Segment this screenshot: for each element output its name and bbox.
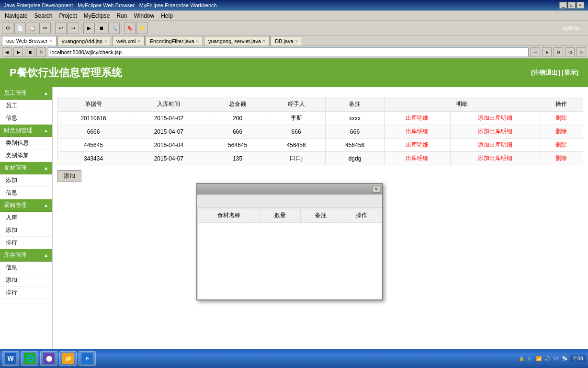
sidebar-item-category-info[interactable]: 类别信息 [0, 137, 52, 150]
sidebar-item-ingredient-add[interactable]: 添加 [0, 174, 52, 187]
refresh-button[interactable]: ↻ [36, 47, 46, 57]
myeclipse-label: MyEclip... [560, 25, 586, 32]
sidebar-item-inventory-add[interactable]: 添加 [0, 274, 52, 287]
sidebar-item-employee-info[interactable]: 信息 [0, 112, 52, 125]
menu-myeclipse[interactable]: MyEclipse [81, 12, 113, 20]
tools-button[interactable]: ⚙ [554, 47, 563, 57]
tab-yuangongadd-label: yuangongAdd.jsp [62, 38, 102, 44]
myeclipse-brand: MyEclip... [560, 25, 586, 32]
dialog-title-bar: × [197, 184, 382, 195]
go-button[interactable]: → [531, 47, 540, 57]
tab-webxml-label: web.xml [116, 38, 136, 44]
dialog-close-button[interactable]: × [373, 186, 380, 193]
toolbar: ⚙ 📄 📋 ✂ ↩ ↪ ▶ ⏹ 🔍 🔖 ⭐ MyEclip... [0, 21, 588, 35]
title-bar: Java Enterprise Development - MyEclipse … [0, 0, 588, 11]
toolbar-btn-6[interactable]: ↪ [68, 23, 79, 34]
browser-icon: 🌐 [24, 353, 35, 364]
title-bar-text: Java Enterprise Development - MyEclipse … [4, 2, 559, 8]
sidebar-section-category[interactable]: 财类别管理 ▲ [0, 125, 52, 137]
dialog-col-note: 备注 [301, 208, 341, 223]
tab-webxml-close[interactable]: × [138, 39, 140, 44]
taskbar-word[interactable]: W [2, 351, 19, 366]
dialog-table: 食材名称 数量 备注 操作 [197, 208, 382, 299]
app-actions[interactable]: [注销退出] [显示] [531, 69, 578, 77]
tab-yuangong-servlet-close[interactable]: × [263, 39, 265, 44]
main-content: 员工管理 ▲ 员工 信息 财类别管理 ▲ 类别信息 类别添加 食材管理 ▲ 添加… [0, 87, 588, 368]
maximize-button[interactable]: □ [568, 2, 576, 9]
sidebar-section-inventory-label: 库存管理 [4, 251, 27, 259]
bookmark-button[interactable]: ★ [542, 47, 552, 57]
dialog-overlay: × 食材名称 数量 备注 操作 [53, 87, 588, 368]
sidebar-section-employee-label: 员工管理 [4, 89, 27, 97]
tab-yuangong-servlet-label: yuangong_servlet.java [208, 38, 261, 44]
address-bar: ◀ ▶ ⏹ ↻ → ★ ⚙ ◁ ▷ [0, 46, 588, 58]
app-title: P餐饮行业信息管理系统 [10, 66, 122, 80]
tab-yuangong-servlet[interactable]: yuangong_servlet.java × [204, 36, 270, 46]
toolbar-btn-5[interactable]: ↩ [55, 23, 67, 34]
sidebar-item-ingredient-info[interactable]: 信息 [0, 187, 52, 199]
sidebar-item-purchase-instore[interactable]: 入库 [0, 212, 52, 224]
sidebar-item-employee[interactable]: 员工 [0, 100, 52, 112]
toolbar-sep-1 [53, 23, 53, 33]
sidebar-section-employee[interactable]: 员工管理 ▲ [0, 87, 52, 100]
word-icon: W [5, 353, 16, 364]
sidebar-section-employee-arrow: ▲ [44, 91, 48, 96]
sidebar-section-ingredient-arrow: ▲ [44, 165, 48, 171]
menu-navigate[interactable]: Navigate [2, 12, 30, 20]
toolbar-btn-8[interactable]: ⏹ [96, 23, 107, 34]
toolbar-btn-9[interactable]: 🔍 [108, 23, 120, 34]
toolbar-btn-7[interactable]: ▶ [83, 23, 95, 34]
sidebar-item-inventory-rank[interactable]: 排行 [0, 287, 52, 299]
menu-search[interactable]: Search [31, 12, 55, 20]
sidebar-item-purchase-add[interactable]: 添加 [0, 224, 52, 237]
sidebar-section-inventory-arrow: ▲ [44, 253, 48, 258]
menu-run[interactable]: Run [113, 12, 130, 20]
tab-encodingfilter-close[interactable]: × [196, 39, 199, 44]
sidebar-section-category-label: 财类别管理 [4, 126, 33, 135]
minimize-button[interactable]: _ [559, 2, 567, 9]
toolbar-btn-4[interactable]: ✂ [39, 23, 51, 34]
toolbar-sep-2 [81, 23, 81, 33]
close-button[interactable]: × [577, 2, 584, 9]
toolbar-btn-2[interactable]: 📄 [14, 23, 26, 34]
back-button[interactable]: ◀ [2, 47, 11, 57]
sidebar-section-purchase[interactable]: 采购管理 ▲ [0, 199, 52, 212]
detail-dialog: × 食材名称 数量 备注 操作 [196, 183, 383, 300]
tab-browser[interactable]: ose Web Browser × [2, 36, 57, 46]
dialog-col-quantity: 数量 [260, 208, 301, 223]
toolbar-btn-11[interactable]: ⭐ [136, 23, 148, 34]
app-header: P餐饮行业信息管理系统 [注销退出] [显示] [0, 58, 588, 87]
tab-dbjava-close[interactable]: × [295, 39, 298, 44]
dialog-col-action: 操作 [341, 208, 382, 223]
sidebar-section-purchase-arrow: ▲ [44, 203, 48, 208]
sidebar-item-category-add[interactable]: 类别添加 [0, 150, 52, 162]
tab-webxml[interactable]: web.xml × [112, 36, 145, 46]
tab-yuangongadd-close[interactable]: × [104, 39, 107, 44]
sidebar-item-inventory-info[interactable]: 信息 [0, 262, 52, 274]
sidebar-item-purchase-rank[interactable]: 排行 [0, 237, 52, 249]
dialog-empty-body [198, 223, 382, 299]
tab-encodingfilter-label: EncodingFilter.java [150, 38, 194, 44]
dialog-toolbar [197, 195, 382, 208]
sidebar-section-ingredient[interactable]: 食材管理 ▲ [0, 162, 52, 174]
taskbar-browser[interactable]: 🌐 [21, 351, 38, 366]
dialog-content: 食材名称 数量 备注 操作 [197, 208, 382, 299]
tab-encodingfilter[interactable]: EncodingFilter.java × [146, 36, 203, 46]
back-nav-button[interactable]: ◁ [565, 47, 575, 57]
address-input[interactable] [48, 47, 529, 57]
forward-nav-button[interactable]: ▷ [577, 47, 586, 57]
forward-button[interactable]: ▶ [13, 47, 23, 57]
menu-project[interactable]: Project [56, 12, 79, 20]
tab-dbjava[interactable]: DB.java × [271, 36, 302, 46]
tab-browser-close[interactable]: × [50, 38, 52, 43]
sidebar-section-ingredient-label: 食材管理 [4, 164, 27, 172]
menu-window[interactable]: Window [131, 12, 157, 20]
stop-button[interactable]: ⏹ [25, 47, 34, 57]
toolbar-btn-1[interactable]: ⚙ [2, 23, 13, 34]
toolbar-btn-3[interactable]: 📋 [27, 23, 38, 34]
sidebar-section-inventory[interactable]: 库存管理 ▲ [0, 249, 52, 262]
menu-help[interactable]: Help [158, 12, 176, 20]
tab-yuangongadd[interactable]: yuangongAdd.jsp × [57, 36, 111, 46]
sidebar-section-category-arrow: ▲ [44, 128, 48, 133]
toolbar-btn-10[interactable]: 🔖 [124, 23, 136, 34]
